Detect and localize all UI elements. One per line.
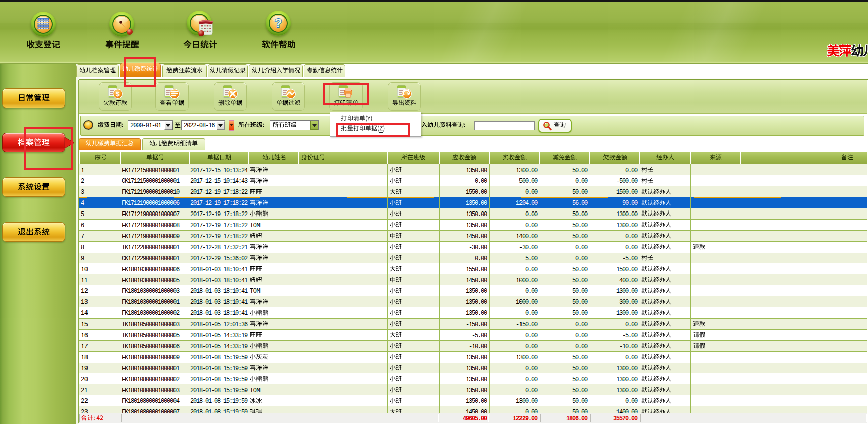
svg-text:?: ? — [275, 16, 282, 30]
svg-text:$: $ — [116, 90, 120, 98]
